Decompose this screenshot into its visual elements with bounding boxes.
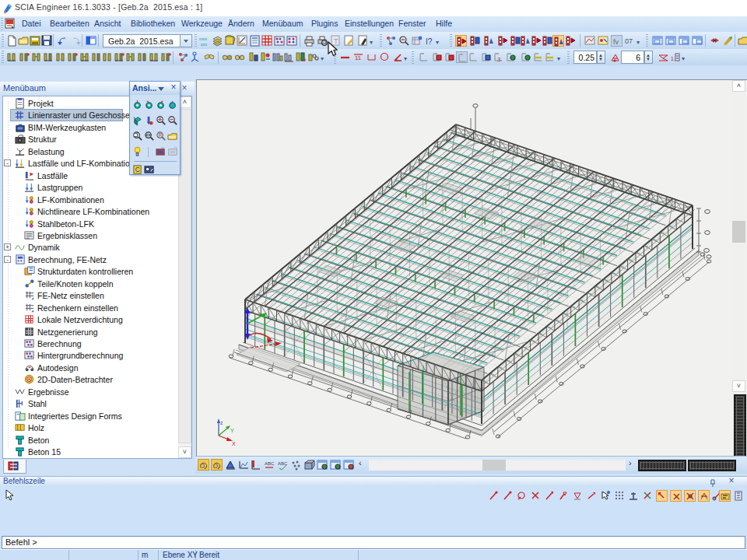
svg-text:z: z: [220, 420, 223, 425]
svg-text:I?: I?: [426, 37, 433, 46]
svg-text:R: R: [159, 132, 163, 138]
svg-text:07: 07: [625, 37, 633, 45]
svg-text:cm: cm: [201, 42, 207, 47]
svg-text:Y: Y: [230, 428, 234, 433]
svg-text:1.: 1.: [671, 56, 675, 61]
svg-text:11: 11: [355, 54, 362, 61]
svg-text:ABC: ABC: [265, 461, 275, 466]
svg-text:mm: mm: [199, 37, 207, 41]
svg-text:3: 3: [497, 56, 501, 63]
svg-text:C: C: [135, 166, 140, 173]
svg-text:X: X: [232, 441, 236, 446]
svg-text:fv: fv: [613, 38, 619, 46]
